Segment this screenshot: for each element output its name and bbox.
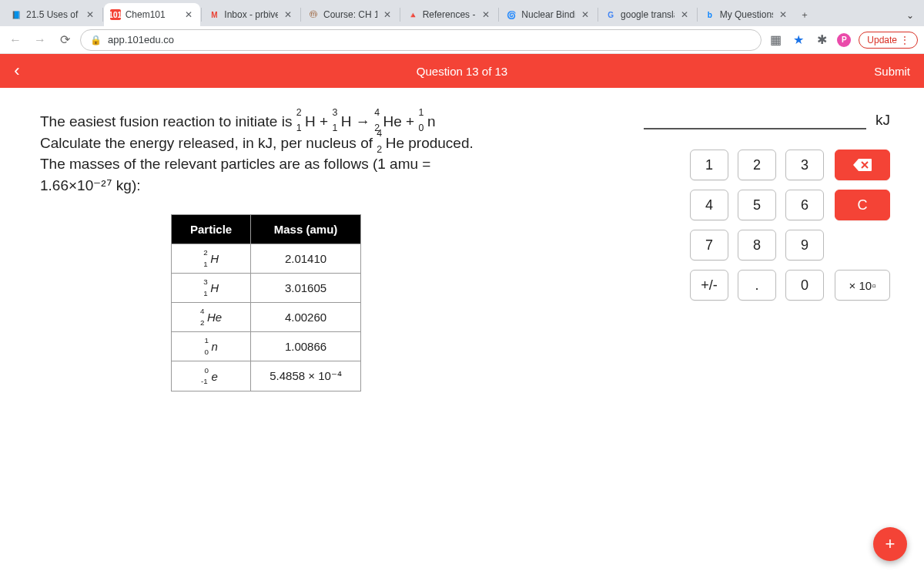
- tab-title: google translate: [621, 9, 675, 20]
- reload-button[interactable]: ⟳: [55, 31, 74, 49]
- favicon-icon: b: [705, 9, 715, 20]
- key-0[interactable]: 0: [785, 270, 824, 301]
- question-counter: Question 13 of 13: [417, 65, 507, 78]
- close-icon[interactable]: ✕: [183, 9, 194, 20]
- close-icon[interactable]: ✕: [778, 9, 788, 20]
- fab-add-button[interactable]: +: [873, 527, 907, 561]
- close-icon[interactable]: ✕: [679, 9, 690, 20]
- close-icon[interactable]: ✕: [480, 9, 491, 20]
- answer-panel: kJ 1 2 3 4 5 6 7 8 9 +/- . 0: [616, 111, 893, 578]
- answer-unit: kJ: [875, 112, 890, 129]
- table-row: 31H 3.01605: [172, 274, 361, 303]
- table-row: 21H 2.01410: [172, 244, 361, 274]
- browser-tab-strip: 📘 21.5 Uses of Radi ✕ 101 Chem101 ✕ M In…: [0, 0, 924, 26]
- new-tab-button[interactable]: ＋: [795, 5, 815, 25]
- tab-title: 21.5 Uses of Radi: [26, 9, 80, 20]
- key-9[interactable]: 9: [785, 230, 824, 260]
- back-button[interactable]: ←: [6, 31, 25, 49]
- tab-title: Course: CH 121N: [323, 9, 377, 20]
- key-4[interactable]: 4: [690, 190, 728, 220]
- favicon-icon: ⓜ: [308, 9, 319, 20]
- address-bar[interactable]: 🔒 app.101edu.co: [80, 29, 762, 51]
- key-2[interactable]: 2: [738, 150, 776, 180]
- bookmark-star-icon[interactable]: ★: [791, 32, 806, 48]
- key-backspace[interactable]: [835, 150, 890, 180]
- close-icon[interactable]: ✕: [283, 9, 293, 20]
- tab-title: Inbox - prbivens: [224, 9, 278, 20]
- close-icon[interactable]: ✕: [580, 9, 591, 20]
- col-particle: Particle: [172, 215, 251, 244]
- numeric-keypad: 1 2 3 4 5 6 7 8 9 +/- . 0: [690, 150, 824, 301]
- key-3[interactable]: 3: [785, 150, 824, 180]
- qr-icon[interactable]: ▦: [768, 32, 783, 48]
- browser-tab[interactable]: 📘 21.5 Uses of Radi ✕: [5, 3, 102, 26]
- backspace-icon: [852, 158, 872, 172]
- browser-tab[interactable]: 🔺 References - Koi ✕: [401, 3, 498, 26]
- browser-tab[interactable]: ⓜ Course: CH 121N ✕: [302, 3, 399, 26]
- menu-dots-icon: ⋮: [900, 35, 909, 45]
- minimize-icon[interactable]: ⌄: [899, 5, 921, 26]
- browser-toolbar: ← → ⟳ 🔒 app.101edu.co ▦ ★ ✱ P Update ⋮: [0, 26, 924, 54]
- key-8[interactable]: 8: [738, 230, 776, 260]
- profile-badge[interactable]: P: [837, 33, 851, 47]
- tab-title: Nuclear Binding E: [521, 9, 575, 20]
- browser-tab[interactable]: 🌀 Nuclear Binding E ✕: [500, 3, 597, 26]
- table-row: 0-1e 5.4858 × 10⁻⁴: [172, 361, 361, 391]
- key-plus-minus[interactable]: +/-: [690, 270, 728, 301]
- browser-tab[interactable]: b My Questions | b ✕: [698, 3, 795, 26]
- close-icon[interactable]: ✕: [85, 9, 95, 20]
- drive-icon: 🔺: [407, 9, 418, 20]
- extension-icon[interactable]: ✱: [814, 32, 829, 48]
- question-prompt: The easiest fusion reaction to initiate …: [40, 111, 608, 196]
- browser-tab[interactable]: 101 Chem101 ✕: [104, 3, 201, 26]
- update-button[interactable]: Update ⋮: [859, 32, 918, 49]
- lock-icon: 🔒: [90, 35, 102, 45]
- col-mass: Mass (amu): [251, 215, 361, 244]
- table-row: 42He 4.00260: [172, 303, 361, 332]
- key-decimal[interactable]: .: [738, 270, 776, 301]
- submit-button[interactable]: Submit: [874, 65, 910, 78]
- key-7[interactable]: 7: [690, 230, 728, 260]
- back-chevron-button[interactable]: ‹: [0, 54, 34, 88]
- key-1[interactable]: 1: [690, 150, 728, 180]
- key-clear[interactable]: C: [835, 190, 890, 220]
- tab-title: Chem101: [126, 9, 179, 20]
- key-6[interactable]: 6: [785, 190, 824, 220]
- forward-button[interactable]: →: [31, 31, 49, 49]
- table-row: 10n 1.00866: [172, 332, 361, 361]
- favicon-icon: 101: [110, 9, 121, 20]
- url-text: app.101edu.co: [108, 34, 174, 45]
- answer-input[interactable]: [644, 111, 866, 129]
- close-icon[interactable]: ✕: [382, 9, 393, 20]
- key-5[interactable]: 5: [738, 190, 776, 220]
- key-exponent[interactable]: × 10▫: [835, 270, 890, 301]
- google-icon: G: [605, 9, 616, 20]
- mass-table: Particle Mass (amu) 21H 2.01410 31H 3.01…: [171, 214, 361, 391]
- favicon-icon: 📘: [11, 9, 22, 20]
- favicon-icon: 🌀: [506, 9, 517, 20]
- browser-tab[interactable]: G google translate ✕: [599, 3, 696, 26]
- tab-title: References - Koi: [423, 9, 477, 20]
- browser-tab[interactable]: M Inbox - prbivens ✕: [203, 3, 300, 26]
- gmail-icon: M: [209, 9, 219, 20]
- app-header: ‹ Question 13 of 13 Submit: [0, 54, 924, 88]
- question-panel: The easiest fusion reaction to initiate …: [40, 111, 608, 578]
- update-label: Update: [867, 35, 897, 45]
- tab-title: My Questions | b: [720, 9, 774, 20]
